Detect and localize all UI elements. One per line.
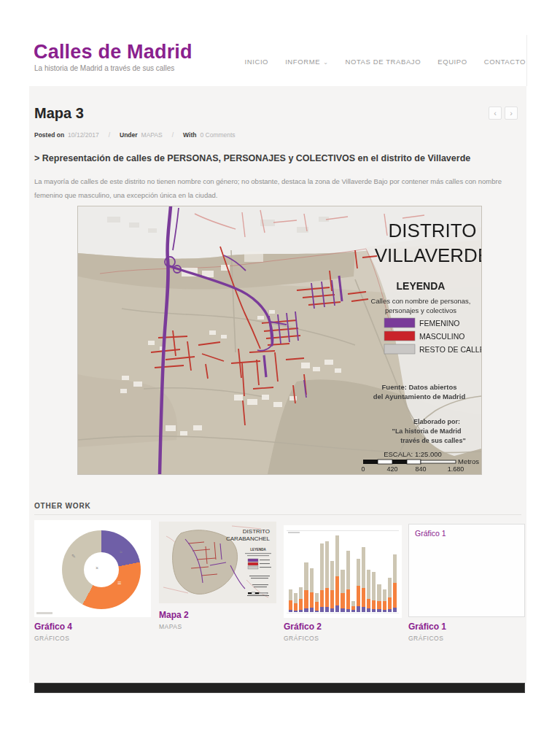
- related-post-category[interactable]: MAPAS: [159, 623, 182, 630]
- posted-on-label: Posted on: [34, 131, 64, 139]
- chevron-down-icon: ⌄: [323, 59, 328, 66]
- meta-separator: /: [172, 131, 174, 139]
- post-section: Mapa 3 ‹ › Posted on 10/12/2017 / Under …: [29, 86, 526, 683]
- map-legend-title: LEYENDA: [397, 280, 446, 292]
- stacked-bar: [362, 547, 365, 612]
- mapa2-legend-title: LEYENDA: [250, 548, 266, 551]
- chart-baseline: [287, 613, 399, 614]
- slice-mark: ✎: [71, 554, 76, 559]
- related-post-category[interactable]: GRÁFICOS: [284, 635, 319, 642]
- stacked-bar: [299, 587, 303, 612]
- slice-mark: ≈: [120, 549, 122, 554]
- mapa2-title-line2: CARABANCHEL: [226, 535, 271, 542]
- stacked-bar: [383, 589, 386, 612]
- stacked-bar: [325, 541, 329, 612]
- next-post-button[interactable]: ›: [505, 107, 518, 120]
- stacked-bar: [320, 543, 324, 612]
- map-credit-line3: través de sus calles": [400, 437, 465, 444]
- stacked-bar: [367, 570, 370, 612]
- slice-mark: ≡: [117, 580, 121, 587]
- other-work-title: OTHER WORK: [34, 502, 90, 510]
- related-post-grafico1: Gráfico 1 Gráfico 1 GRÁFICOS: [408, 520, 526, 617]
- stacked-bar: [330, 561, 334, 612]
- mapa2-title-line1: DISTRITO: [243, 528, 270, 535]
- stacked-bar: [351, 601, 355, 612]
- legend-label-masculino: MASCULINO: [419, 332, 464, 341]
- nav-item-contacto[interactable]: CONTACTO: [484, 58, 526, 66]
- chart-caption-chip: [288, 532, 300, 533]
- legend-swatch-resto: [384, 344, 415, 354]
- donut-hole: [84, 552, 119, 587]
- villaverde-map-image: DISTRITO VILLAVERDE LEYENDA Calles con n…: [78, 206, 481, 474]
- map-source-line2: del Ayuntamiento de Madrid: [373, 392, 466, 400]
- post-heading: > Representación de calles de PERSONAS, …: [34, 153, 521, 163]
- page-title: Mapa 3: [34, 105, 84, 122]
- legend-swatch-femenino: [384, 318, 415, 328]
- prev-post-button[interactable]: ‹: [489, 107, 502, 120]
- footer-bar: [34, 683, 525, 693]
- stacked-bar: [372, 572, 376, 612]
- map-legend-subtitle1: Calles con nombre de personas,: [371, 297, 471, 305]
- grafico2-thumbnail[interactable]: [284, 525, 402, 618]
- post-body-text: La mayoría de calles de este distrito no…: [34, 175, 523, 202]
- mapa2-thumbnail[interactable]: DISTRITO CARABANCHEL LEYENDA: [159, 522, 276, 603]
- header: Calles de Madrid La historia de Madrid a…: [0, 0, 560, 86]
- map-scale-bar: [363, 460, 456, 464]
- stacked-bar: [357, 559, 360, 612]
- related-post-title[interactable]: Gráfico 2: [284, 622, 322, 632]
- grafico1-thumbnail[interactable]: Gráfico 1: [408, 524, 525, 617]
- header-right-divider: [526, 35, 527, 86]
- stacked-bar: [304, 562, 308, 612]
- legend-label-femenino: FEMENINO: [419, 319, 459, 328]
- stacked-bar: [335, 535, 339, 612]
- scale-tick-840: 840: [415, 465, 426, 473]
- stacked-bar: [289, 589, 292, 612]
- nav-item-informe[interactable]: INFORME⌄: [285, 58, 328, 66]
- chart-caption-chip: [36, 612, 52, 614]
- nav-item-inicio[interactable]: INICIO: [244, 58, 268, 66]
- map-legend-subtitle2: personajes y colectivos: [385, 306, 456, 314]
- stacked-bar: [310, 568, 314, 612]
- stacked-bar: [393, 554, 397, 612]
- map-source-line1: Fuente: Datos abiertos: [382, 383, 457, 391]
- chart-top-rule: [287, 530, 399, 531]
- map-scale-label: ESCALA: 1:25.000: [384, 450, 442, 458]
- grafico4-thumbnail[interactable]: ≈ ✎ ≡ ×: [34, 520, 151, 617]
- main-nav: INICIO INFORME⌄ NOTAS DE TRABAJO EQUIPO …: [244, 58, 526, 66]
- map-title-line1: DISTRITO: [389, 220, 477, 241]
- nav-item-equipo[interactable]: EQUIPO: [438, 58, 467, 66]
- related-post-category[interactable]: GRÁFICOS: [408, 635, 443, 642]
- related-post-title[interactable]: Gráfico 4: [34, 622, 72, 632]
- with-label: With: [183, 131, 196, 139]
- related-post-grafico4: ≈ ✎ ≡ × Gráfico 4 GRÁFICOS: [34, 520, 152, 617]
- broken-image-alt-text[interactable]: Gráfico 1: [415, 529, 446, 538]
- comments-link[interactable]: 0 Comments: [200, 131, 235, 139]
- map-credit-line1: Elaborado por:: [413, 418, 460, 425]
- under-label: Under: [120, 131, 138, 139]
- map-scale-unit: Metros: [458, 457, 479, 465]
- related-post-grafico2: Gráfico 2 GRÁFICOS: [284, 520, 402, 618]
- post-pagination: ‹ ›: [489, 107, 518, 120]
- meta-separator: /: [109, 131, 110, 139]
- slice-mark: ×: [96, 565, 98, 570]
- stacked-bar-chart: [289, 535, 397, 612]
- scale-tick-420: 420: [386, 465, 397, 473]
- stacked-bar: [294, 593, 298, 612]
- scale-tick-1680: 1.680: [448, 465, 464, 473]
- related-post-category[interactable]: GRÁFICOS: [34, 635, 69, 642]
- legend-swatch-masculino: [384, 331, 415, 341]
- post-date: 10/12/2017: [68, 131, 99, 139]
- map-title-line2: VILLAVERDE: [375, 244, 481, 266]
- stacked-bar: [315, 593, 319, 612]
- site-title[interactable]: Calles de Madrid: [34, 41, 192, 63]
- stacked-bar: [341, 570, 344, 612]
- related-post-title[interactable]: Gráfico 1: [408, 622, 446, 632]
- other-work-divider: [34, 514, 521, 515]
- category-link[interactable]: MAPAS: [141, 131, 163, 139]
- stacked-bar: [388, 578, 392, 612]
- nav-item-notas-de-trabajo[interactable]: NOTAS DE TRABAJO: [345, 58, 421, 66]
- stacked-bar: [346, 551, 350, 612]
- post-meta: Posted on 10/12/2017 / Under MAPAS / Wit…: [34, 131, 236, 139]
- related-post-title[interactable]: Mapa 2: [159, 610, 189, 620]
- legend-label-resto: RESTO DE CALLES: [419, 345, 481, 354]
